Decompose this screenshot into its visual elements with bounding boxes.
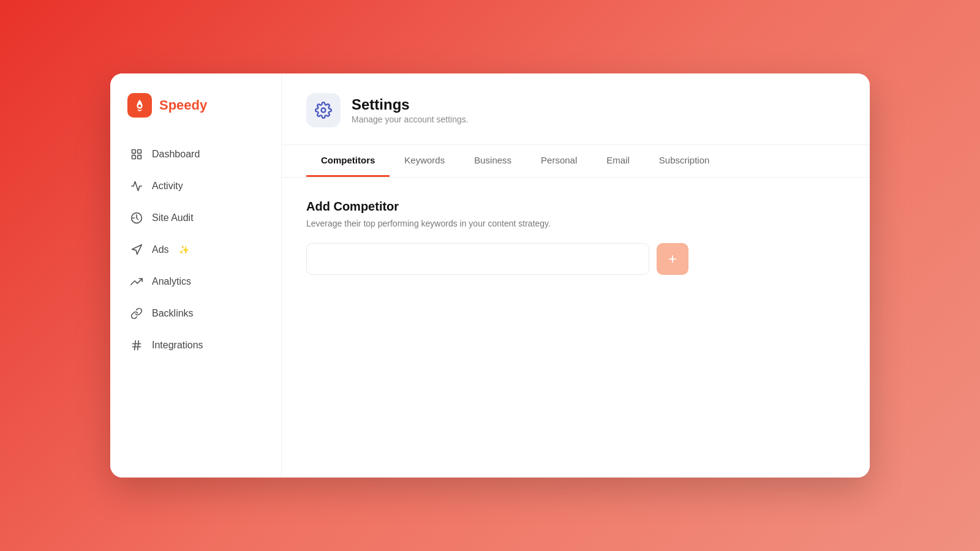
settings-icon-wrap <box>306 93 341 127</box>
page-header: Settings Manage your account settings. <box>282 73 870 145</box>
content-area: Add Competitor Leverage their top perfor… <box>282 178 870 478</box>
integrations-icon <box>130 339 143 352</box>
svg-point-10 <box>322 108 326 113</box>
logo-area: Speedy <box>110 93 281 140</box>
add-competitor-row: + <box>306 243 845 275</box>
logo-icon <box>127 93 152 118</box>
tab-competitors[interactable]: Competitors <box>306 145 390 177</box>
svg-line-8 <box>135 341 136 350</box>
sidebar-item-backlinks[interactable]: Backlinks <box>120 299 271 328</box>
competitor-input[interactable] <box>306 243 649 275</box>
svg-rect-4 <box>138 156 141 159</box>
sidebar-item-analytics[interactable]: Analytics <box>120 267 271 296</box>
nav-items: Dashboard Activity <box>110 140 281 360</box>
tab-business[interactable]: Business <box>459 145 526 177</box>
main-content: Settings Manage your account settings. C… <box>282 73 870 478</box>
sidebar-item-label-activity: Activity <box>152 181 183 192</box>
logo-text: Speedy <box>159 97 207 113</box>
svg-rect-3 <box>132 156 136 159</box>
section-desc: Leverage their top performing keywords i… <box>306 219 845 228</box>
svg-rect-2 <box>138 150 141 154</box>
sidebar-item-dashboard[interactable]: Dashboard <box>120 140 271 169</box>
page-subtitle: Manage your account settings. <box>352 114 469 124</box>
sidebar-item-activity[interactable]: Activity <box>120 171 271 201</box>
svg-rect-1 <box>132 150 136 154</box>
backlinks-icon <box>130 307 143 320</box>
ads-badge: ✨ <box>179 245 189 255</box>
site-audit-icon <box>130 211 143 225</box>
sidebar-item-ads[interactable]: Ads ✨ <box>120 235 271 264</box>
sidebar-item-label-dashboard: Dashboard <box>152 149 200 160</box>
tabs-bar: Competitors Keywords Business Personal E… <box>282 145 870 178</box>
sidebar-item-label-backlinks: Backlinks <box>152 308 194 319</box>
dashboard-icon <box>130 148 143 161</box>
sidebar-item-label-integrations: Integrations <box>152 340 203 351</box>
header-text: Settings Manage your account settings. <box>352 96 469 124</box>
gear-icon <box>315 102 332 119</box>
sidebar-item-integrations[interactable]: Integrations <box>120 331 271 360</box>
svg-line-9 <box>138 341 139 350</box>
add-competitor-button[interactable]: + <box>657 243 688 275</box>
svg-point-0 <box>138 105 141 108</box>
ads-icon <box>130 243 143 257</box>
sidebar-item-site-audit[interactable]: Site Audit <box>120 203 271 233</box>
page-title: Settings <box>352 96 469 113</box>
tab-personal[interactable]: Personal <box>526 145 592 177</box>
analytics-icon <box>130 275 143 288</box>
sidebar: Speedy Dashboard <box>110 73 282 478</box>
app-container: Speedy Dashboard <box>110 73 870 478</box>
sidebar-item-label-analytics: Analytics <box>152 276 191 287</box>
sidebar-item-label-site-audit: Site Audit <box>152 212 194 223</box>
tab-keywords[interactable]: Keywords <box>390 145 459 177</box>
section-title: Add Competitor <box>306 200 845 214</box>
tab-subscription[interactable]: Subscription <box>644 145 725 177</box>
sidebar-item-label-ads: Ads <box>152 244 169 255</box>
activity-icon <box>130 179 143 193</box>
add-icon: + <box>668 250 677 268</box>
tab-email[interactable]: Email <box>592 145 644 177</box>
